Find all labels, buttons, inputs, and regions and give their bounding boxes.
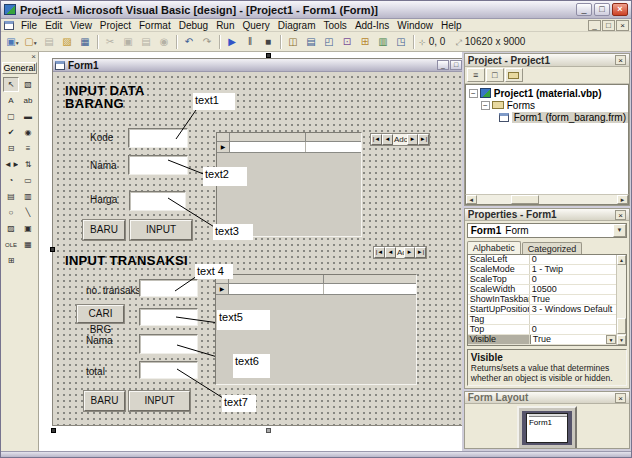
hscrollbar-tool[interactable]: ◄► xyxy=(3,157,19,172)
toolbox-button[interactable]: ⊞ xyxy=(356,34,374,50)
prop-scroll-up-icon[interactable]: ▲ xyxy=(617,255,626,265)
mdi-close-button[interactable]: × xyxy=(616,20,629,31)
property-row-scaletop[interactable]: ScaleTop0 xyxy=(468,275,616,285)
timer-tool[interactable]: ◔ xyxy=(3,173,19,188)
label-text2[interactable]: text2 xyxy=(203,167,247,186)
mdi-minimize-button[interactable]: _ xyxy=(588,20,601,31)
combobox-tool[interactable]: ⊟ xyxy=(3,141,19,156)
minimize-button[interactable]: _ xyxy=(576,3,592,16)
data-view-button[interactable]: ▥ xyxy=(374,34,392,50)
value-dropdown-icon[interactable]: ▼ xyxy=(606,335,616,344)
optionbutton-tool[interactable]: ◉ xyxy=(20,125,36,140)
mini-form[interactable]: Form1 xyxy=(526,413,568,443)
scroll-thumb[interactable] xyxy=(511,195,539,204)
shape-tool[interactable]: ○ xyxy=(3,205,19,220)
close-button[interactable]: × xyxy=(612,3,628,16)
menu-help[interactable]: Help xyxy=(437,20,466,31)
cut-button[interactable]: ✂ xyxy=(101,34,119,50)
ado-prev-button[interactable]: ◄ xyxy=(382,134,393,145)
maximize-button[interactable]: □ xyxy=(594,3,610,16)
label-tool[interactable]: A xyxy=(3,93,19,108)
menu-file[interactable]: File xyxy=(17,20,41,31)
add-project-button[interactable]: ▣▼ xyxy=(4,34,22,50)
mdi-restore-button[interactable]: □ xyxy=(602,20,615,31)
checkbox-tool[interactable]: ✔ xyxy=(3,125,19,140)
designer-minimize-button[interactable]: _ xyxy=(437,60,449,70)
property-row-scalewidth[interactable]: ScaleWidth10500 xyxy=(468,285,616,295)
object-dropdown-arrow-icon[interactable]: ▼ xyxy=(613,224,626,237)
form-resize-handle-bottom[interactable] xyxy=(266,428,271,433)
property-row-showintaskbar[interactable]: ShowInTaskbarTrue xyxy=(468,295,616,305)
filelistbox-tool[interactable]: ▥ xyxy=(20,189,36,204)
property-row-whatsthisbutton[interactable]: WhatsThisButtonFalse xyxy=(468,345,616,346)
ado-next-button[interactable]: ► xyxy=(407,134,418,145)
form-resize-handle-top[interactable] xyxy=(266,53,271,58)
toolbox-general-tab[interactable]: General xyxy=(2,62,37,74)
property-row-scaleleft[interactable]: ScaleLeft0 xyxy=(468,255,616,265)
label-text4[interactable]: text 4 xyxy=(195,264,233,279)
property-value[interactable] xyxy=(530,315,616,324)
property-value[interactable]: ▼True xyxy=(530,335,616,344)
paste-button[interactable]: ▤ xyxy=(137,34,155,50)
property-row-startupposition[interactable]: StartUpPosition3 - Windows Default xyxy=(468,305,616,315)
ole-tool[interactable]: OLE xyxy=(3,237,19,252)
menu-window[interactable]: Window xyxy=(393,20,437,31)
drivelistbox-tool[interactable]: ▭ xyxy=(20,173,36,188)
property-value[interactable]: 0 xyxy=(530,255,616,264)
pointer-tool[interactable]: ↖ xyxy=(3,77,19,92)
label-text1[interactable]: text1 xyxy=(193,93,235,110)
label-text3[interactable]: text3 xyxy=(213,224,253,240)
ado2-next-button[interactable]: ► xyxy=(404,247,415,258)
end-button[interactable]: ■ xyxy=(259,34,277,50)
menu-debug[interactable]: Debug xyxy=(175,20,212,31)
property-row-scalemode[interactable]: ScaleMode1 - Twip xyxy=(468,265,616,275)
mdi-child-icon[interactable] xyxy=(4,21,14,30)
form-layout-button[interactable]: ◰ xyxy=(320,34,338,50)
menu-run[interactable]: Run xyxy=(212,20,238,31)
designer-maximize-button[interactable]: □ xyxy=(450,60,462,70)
form-resize-handle-left[interactable] xyxy=(50,247,55,252)
view-object-button[interactable]: □ xyxy=(486,68,504,82)
save-project-button[interactable]: ▦ xyxy=(76,34,94,50)
menu-addins[interactable]: Add-Ins xyxy=(351,20,393,31)
property-value[interactable]: 3 - Windows Default xyxy=(530,305,616,314)
menu-project[interactable]: Project xyxy=(96,20,135,31)
find-button[interactable]: ◉ xyxy=(155,34,173,50)
component-manager-button[interactable]: ◳ xyxy=(392,34,410,50)
menu-edit[interactable]: Edit xyxy=(41,20,66,31)
property-row-tag[interactable]: Tag xyxy=(468,315,616,325)
scroll-right-icon[interactable]: ► xyxy=(617,195,628,204)
label-text5[interactable]: text5 xyxy=(217,310,270,330)
designer-titlebar[interactable]: Form1 _ □ × xyxy=(53,59,462,72)
view-code-button[interactable]: ≡ xyxy=(467,68,485,82)
tree-item-forms[interactable]: − Forms xyxy=(466,99,628,111)
undo-button[interactable]: ↶ xyxy=(180,34,198,50)
object-browser-button[interactable]: ⊡ xyxy=(338,34,356,50)
ado2-last-button[interactable]: ►| xyxy=(415,247,426,258)
tree-item-project1[interactable]: − Project1 (material.vbp) xyxy=(466,87,628,99)
chevron-down-icon[interactable]: ▼ xyxy=(15,40,20,46)
adodc-barang[interactable]: |◄ ◄ Ado ► ►| xyxy=(370,133,430,146)
ado-first-button[interactable]: |◄ xyxy=(371,134,382,145)
project-panel-close-icon[interactable]: × xyxy=(615,55,626,65)
menu-format[interactable]: Format xyxy=(135,20,175,31)
property-value[interactable]: 0 xyxy=(530,275,616,284)
property-row-visible[interactable]: Visible▼True xyxy=(468,335,616,345)
commandbutton-tool[interactable]: ▬ xyxy=(20,109,36,124)
data-tool[interactable]: ▣ xyxy=(20,221,36,236)
scroll-left-icon[interactable]: ◄ xyxy=(466,195,477,204)
adodc-tool[interactable]: ⊞ xyxy=(3,253,19,268)
properties-panel-close-icon[interactable]: × xyxy=(615,210,626,220)
ado2-first-button[interactable]: |◄ xyxy=(374,247,385,258)
add-form-button[interactable]: ▢▼ xyxy=(22,34,40,50)
vscrollbar-tool[interactable]: ⇅ xyxy=(20,157,36,172)
project-explorer-button[interactable]: ◫ xyxy=(284,34,302,50)
property-row-top[interactable]: Top0 xyxy=(468,325,616,335)
form-resize-handle-bottom-left[interactable] xyxy=(51,428,56,433)
frame-tool[interactable]: ▢ xyxy=(3,109,19,124)
break-button[interactable]: ‖ xyxy=(241,34,259,50)
property-value[interactable]: False xyxy=(530,345,616,346)
prop-scroll-thumb[interactable] xyxy=(617,318,626,334)
collapse-icon-forms[interactable]: − xyxy=(481,101,490,110)
prop-scroll-down-icon[interactable]: ▼ xyxy=(617,335,626,345)
